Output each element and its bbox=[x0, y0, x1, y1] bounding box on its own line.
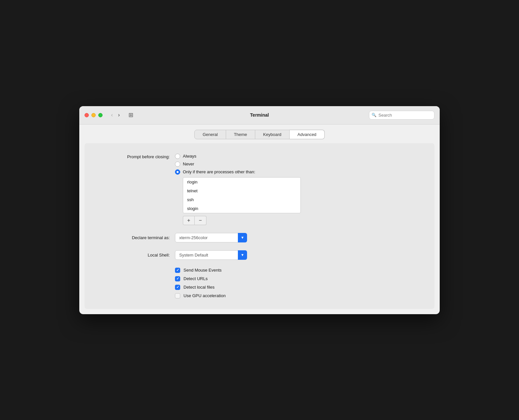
remove-process-button[interactable]: − bbox=[195, 216, 206, 225]
detect-urls-checkbox[interactable] bbox=[175, 276, 180, 281]
radio-never[interactable]: Never bbox=[175, 162, 301, 167]
form-section: Prompt before closing: Always Never Only… bbox=[98, 154, 421, 298]
detect-local-label: Detect local files bbox=[183, 285, 215, 290]
list-item[interactable]: ssh bbox=[183, 195, 300, 204]
minimize-button[interactable] bbox=[91, 113, 96, 117]
declare-dropdown[interactable]: xterm-256color bbox=[175, 233, 247, 242]
send-mouse-checkbox[interactable] bbox=[175, 268, 180, 273]
close-button[interactable] bbox=[85, 113, 89, 117]
radio-always[interactable]: Always bbox=[175, 154, 301, 159]
radio-always-circle bbox=[175, 154, 180, 159]
window-title: Terminal bbox=[250, 112, 269, 118]
gpu-accel-checkbox[interactable] bbox=[175, 293, 180, 298]
radio-never-circle bbox=[175, 162, 180, 167]
detect-local-checkbox[interactable] bbox=[175, 285, 180, 290]
checkbox-send-mouse[interactable]: Send Mouse Events bbox=[175, 268, 421, 273]
local-shell-label: Local Shell: bbox=[98, 253, 170, 258]
tabs-bar: General Theme Keyboard Advanced bbox=[79, 124, 440, 139]
terminal-window: ‹ › ⊞ Terminal 🔍 General Theme Keyboard … bbox=[79, 106, 440, 314]
forward-button[interactable]: › bbox=[116, 111, 122, 119]
search-icon: 🔍 bbox=[372, 113, 376, 117]
traffic-lights bbox=[85, 113, 103, 117]
list-item[interactable]: telnet bbox=[183, 186, 300, 195]
grid-button[interactable]: ⊞ bbox=[126, 111, 136, 119]
maximize-button[interactable] bbox=[98, 113, 103, 117]
search-input[interactable] bbox=[369, 111, 434, 120]
list-item[interactable]: slogin bbox=[183, 204, 300, 213]
prompt-row: Prompt before closing: Always Never Only… bbox=[98, 154, 421, 225]
nav-buttons: ‹ › ⊞ bbox=[109, 111, 136, 119]
checkbox-detect-local[interactable]: Detect local files bbox=[175, 285, 421, 290]
search-box: 🔍 bbox=[369, 111, 434, 120]
tab-general[interactable]: General bbox=[194, 130, 226, 139]
titlebar: ‹ › ⊞ Terminal 🔍 bbox=[79, 106, 440, 124]
checkbox-gpu-accel[interactable]: Use GPU acceleration bbox=[175, 293, 421, 298]
prompt-controls: Always Never Only if there are processes… bbox=[175, 154, 301, 225]
radio-processes[interactable]: Only if there are processes other than: bbox=[175, 169, 301, 175]
gpu-accel-label: Use GPU acceleration bbox=[183, 293, 226, 298]
add-process-button[interactable]: + bbox=[183, 216, 195, 225]
radio-processes-label: Only if there are processes other than: bbox=[183, 169, 255, 174]
detect-urls-label: Detect URLs bbox=[183, 276, 208, 281]
prompt-label: Prompt before closing: bbox=[98, 154, 170, 159]
tab-theme[interactable]: Theme bbox=[226, 130, 255, 139]
radio-always-label: Always bbox=[183, 154, 196, 159]
content-area: Prompt before closing: Always Never Only… bbox=[85, 143, 434, 309]
declare-label: Declare terminal as: bbox=[98, 235, 170, 240]
list-buttons: + − bbox=[183, 216, 301, 225]
tab-advanced[interactable]: Advanced bbox=[290, 130, 325, 139]
back-button[interactable]: ‹ bbox=[109, 111, 115, 119]
radio-never-label: Never bbox=[183, 162, 194, 166]
radio-processes-circle bbox=[175, 169, 180, 175]
checkboxes-group: Send Mouse Events Detect URLs Detect loc… bbox=[98, 268, 421, 298]
tab-keyboard[interactable]: Keyboard bbox=[255, 130, 290, 139]
declare-dropdown-wrap: xterm-256color ▼ bbox=[175, 233, 247, 242]
declare-row: Declare terminal as: xterm-256color ▼ bbox=[98, 233, 421, 242]
local-shell-dropdown[interactable]: System Default bbox=[175, 250, 247, 260]
list-item[interactable]: rlogin bbox=[183, 178, 300, 186]
process-list: rlogin telnet ssh slogin bbox=[183, 177, 301, 213]
send-mouse-label: Send Mouse Events bbox=[183, 268, 221, 273]
local-shell-dropdown-wrap: System Default ▼ bbox=[175, 250, 247, 260]
checkbox-detect-urls[interactable]: Detect URLs bbox=[175, 276, 421, 281]
local-shell-row: Local Shell: System Default ▼ bbox=[98, 250, 421, 260]
